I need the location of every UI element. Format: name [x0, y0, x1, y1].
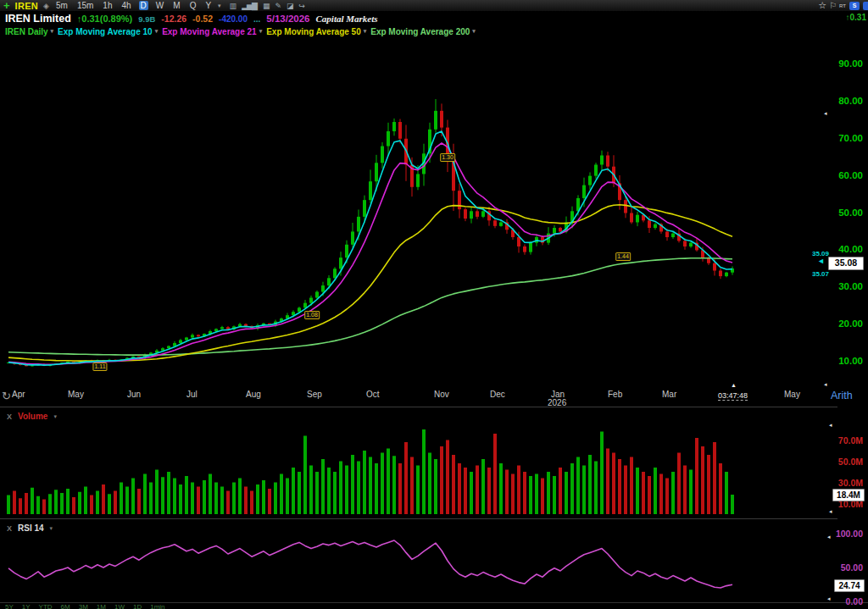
symbol-label[interactable]: IREN	[15, 1, 38, 11]
rsi-dropdown-icon[interactable]: ▾	[50, 525, 53, 532]
notes-icon[interactable]: ◪	[287, 2, 293, 10]
last-price-tag: 35.08	[828, 257, 864, 270]
company-name: IREN Limited	[5, 13, 71, 25]
timeframe-button-15m[interactable]: 15m	[75, 1, 95, 10]
timeframe-button-5m[interactable]: 5m	[54, 1, 70, 10]
indicator-item-4[interactable]: Exp Moving Average 200▾	[370, 27, 476, 36]
stat-tertiary: -420.00	[219, 14, 248, 24]
indicator-label: Exp Moving Average 10	[58, 27, 153, 36]
trading-platform-window: + IREN ◈ 5m15m1h4hDWMQY ▾ ▥▂▅▇▦✎◪↪ ☆ ⚐ R…	[0, 0, 868, 609]
indicator-dropdown-icon[interactable]: ▾	[472, 28, 476, 35]
indicator-dropdown-icon[interactable]: ▾	[259, 28, 263, 35]
pan-reset-icon[interactable]: ↻	[2, 390, 11, 402]
range-preset-1m[interactable]: 1M	[97, 603, 106, 609]
current-bar-marker-icon: ▲	[731, 382, 737, 388]
bid-price-tag: 35.07	[812, 270, 829, 278]
timeframe-button-q[interactable]: Q	[188, 1, 198, 10]
indicator-label: Exp Moving Average 50	[266, 27, 361, 36]
range-preset-5y[interactable]: 5Y	[5, 603, 14, 609]
indicator-label: Exp Moving Average 200	[370, 27, 470, 36]
indicator-label: IREN Daily	[5, 27, 48, 36]
volume-close-button[interactable]: X	[7, 412, 12, 421]
range-preset-1w[interactable]: 1W	[114, 603, 125, 609]
realtime-indicator: RT	[839, 3, 846, 8]
range-preset-1min[interactable]: 1min	[150, 603, 164, 609]
indicator-label: Exp Moving Average 21	[162, 27, 257, 36]
streaming-badge[interactable]: S	[849, 2, 860, 10]
exchange-label: Capital Markets	[315, 14, 377, 24]
market-cap: 9.9B	[138, 14, 155, 24]
bar-chart-icon[interactable]: ▂▅▇	[242, 2, 257, 10]
toolbar-icon-group: ▥▂▅▇▦✎◪↪	[230, 2, 304, 10]
indicator-dropdown-icon[interactable]: ▾	[364, 28, 367, 35]
add-symbol-button[interactable]: +	[3, 2, 10, 10]
range-preset-6m[interactable]: 6M	[61, 603, 70, 609]
stat-ellipsis: ...	[253, 14, 260, 24]
volume-pane-title[interactable]: Volume	[18, 412, 47, 421]
last-volume-tag: 18.4M	[832, 489, 865, 501]
chart-volume-divider	[0, 407, 837, 407]
volume-pane-header: X Volume ▾	[7, 412, 57, 421]
indicator-dropdown-icon[interactable]: ▾	[51, 28, 54, 35]
timeframe-dropdown-icon[interactable]: ▾	[218, 3, 221, 9]
draw-pencil-icon[interactable]: ✎	[275, 2, 281, 10]
indicator-item-2[interactable]: Exp Moving Average 21▾	[162, 27, 262, 36]
timeframe-button-4h[interactable]: 4h	[120, 1, 132, 10]
timeframe-button-y[interactable]: Y	[203, 1, 213, 10]
candle-chart-icon[interactable]: ▥	[230, 2, 236, 10]
clipped-badge-icon	[863, 2, 868, 10]
stat-secondary: -0.52	[192, 14, 213, 24]
volume-chart-canvas[interactable]	[0, 407, 868, 518]
timeframe-group: 5m15m1h4hDWMQY	[54, 1, 213, 10]
range-preset-bar: 5Y1YYTD6M3M1M1W1D1min	[5, 603, 165, 609]
volume-rsi-divider	[0, 518, 837, 519]
timeframe-button-d[interactable]: D	[139, 1, 148, 10]
indicator-item-1[interactable]: Exp Moving Average 10▾	[58, 27, 158, 36]
symbol-menu-icon[interactable]: ◈	[43, 2, 49, 10]
indicator-item-3[interactable]: Exp Moving Average 50▾	[266, 27, 366, 36]
top-toolbar: + IREN ◈ 5m15m1h4hDWMQY ▾ ▥▂▅▇▦✎◪↪ ☆ ⚐ R…	[0, 0, 868, 12]
volume-dropdown-icon[interactable]: ▾	[53, 413, 57, 420]
range-preset-1d[interactable]: 1D	[133, 603, 142, 609]
price-chart-canvas[interactable]	[0, 37, 868, 407]
indicator-dropdown-icon[interactable]: ▾	[155, 28, 159, 35]
timeframe-button-m[interactable]: M	[171, 1, 181, 10]
flag-icon[interactable]: ⚐	[829, 1, 836, 10]
grid-add-icon[interactable]: ▦	[263, 2, 270, 10]
last-price-pointer-icon: ◄	[817, 257, 825, 265]
quote-info-row: IREN Limited ↑0.31(0.89%) 9.9B -12.26 -0…	[0, 12, 868, 25]
price-change: ↑0.31(0.89%)	[77, 14, 132, 24]
indicator-legend-row: IREN Daily▾Exp Moving Average 10▾Exp Mov…	[0, 25, 868, 37]
favorite-star-icon[interactable]: ☆	[818, 0, 826, 11]
bar-countdown-timer: 03:47:48	[718, 391, 748, 401]
rsi-chart-canvas[interactable]	[0, 518, 868, 603]
rsi-pane-title[interactable]: RSI 14	[18, 523, 44, 533]
range-preset-ytd[interactable]: YTD	[39, 603, 53, 609]
indicator-item-0[interactable]: IREN Daily▾	[5, 27, 53, 36]
timeframe-button-w[interactable]: W	[154, 1, 165, 10]
earnings-date: 5/13/2026	[266, 14, 309, 24]
last-rsi-tag: 24.74	[834, 579, 865, 592]
scale-type-label[interactable]: Arith	[831, 390, 853, 401]
change-mini-right: ↑0.31	[846, 13, 866, 22]
range-preset-1y[interactable]: 1Y	[22, 603, 31, 609]
rsi-close-button[interactable]: X	[7, 524, 12, 533]
stat-eps: -12.26	[161, 14, 186, 24]
range-preset-3m[interactable]: 3M	[79, 603, 88, 609]
timeframe-button-1h[interactable]: 1h	[101, 1, 114, 10]
rsi-pane-header: X RSI 14 ▾	[7, 523, 53, 533]
share-icon[interactable]: ↪	[298, 2, 304, 10]
